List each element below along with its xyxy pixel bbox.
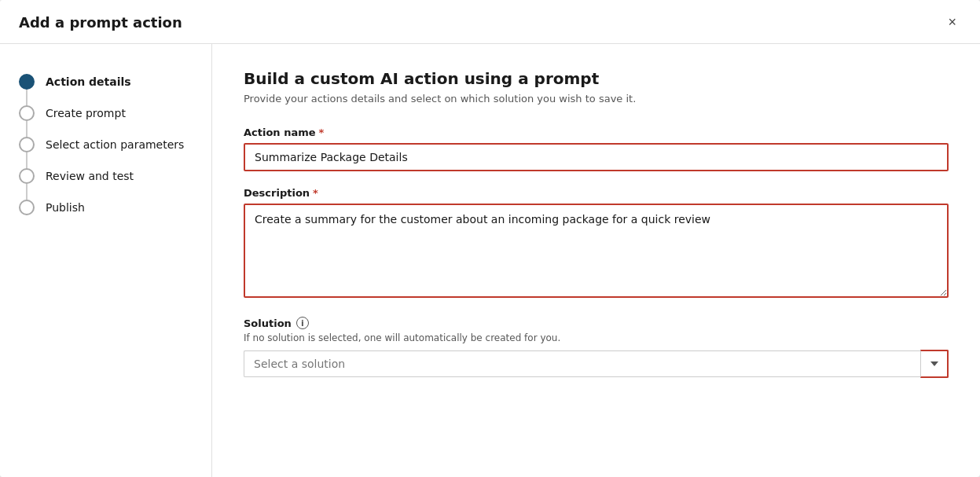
description-required: * [313,187,318,199]
solution-sublabel: If no solution is selected, one will aut… [244,332,949,343]
description-label: Description * [244,187,949,199]
solution-label: Solution [244,317,292,329]
main-content: Build a custom AI action using a prompt … [212,44,980,477]
sidebar-item-label-action-details: Action details [46,75,131,88]
sidebar-item-label-review-and-test: Review and test [46,170,134,182]
sidebar: Action details Create prompt Select acti… [0,44,212,477]
dialog-header: Add a prompt action × [0,0,980,44]
sidebar-item-label-publish: Publish [46,201,85,214]
sidebar-item-create-prompt[interactable]: Create prompt [0,97,211,129]
solution-info-icon: i [296,317,309,329]
close-button[interactable]: × [943,13,961,32]
action-name-required: * [319,127,325,138]
dialog-title: Add a prompt action [19,14,182,31]
step-circle-action-details [19,74,35,90]
step-circle-create-prompt [19,105,35,121]
step-circle-select-action-parameters [19,137,35,152]
sidebar-item-label-create-prompt: Create prompt [46,107,126,119]
main-title: Build a custom AI action using a prompt [244,69,949,88]
sidebar-item-action-details[interactable]: Action details [0,66,211,97]
description-group: Description * Create a summary for the c… [244,187,949,301]
solution-input[interactable] [244,350,920,377]
main-subtitle: Provide your actions details and select … [244,93,949,105]
add-prompt-action-dialog: Add a prompt action × Action details Cre… [0,0,980,477]
dialog-body: Action details Create prompt Select acti… [0,44,980,477]
sidebar-item-label-select-action-parameters: Select action parameters [46,138,184,151]
step-circle-publish [19,200,35,215]
sidebar-item-review-and-test[interactable]: Review and test [0,160,211,192]
step-circle-review-and-test [19,168,35,184]
action-name-label: Action name * [244,127,949,138]
solution-dropdown-button[interactable] [920,350,949,378]
description-textarea[interactable]: Create a summary for the customer about … [244,204,949,298]
solution-group: Solution i If no solution is selected, o… [244,317,949,378]
action-name-group: Action name * [244,127,949,171]
action-name-input[interactable] [244,143,949,171]
sidebar-item-publish[interactable]: Publish [0,192,211,223]
chevron-down-icon [930,361,938,366]
sidebar-item-select-action-parameters[interactable]: Select action parameters [0,129,211,160]
solution-label-row: Solution i [244,317,949,329]
solution-input-row [244,350,949,378]
